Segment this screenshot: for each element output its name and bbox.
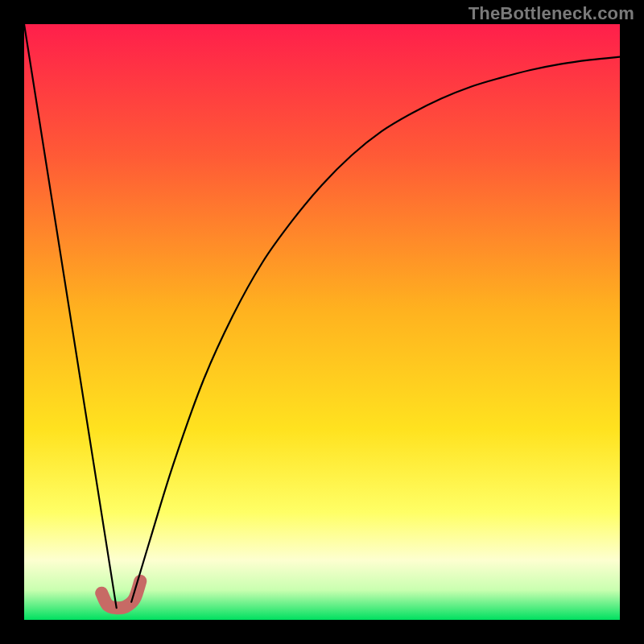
outer-frame: TheBottleneck.com	[0, 0, 644, 644]
plot-area	[24, 24, 620, 620]
watermark-text: TheBottleneck.com	[469, 3, 634, 24]
gradient-background	[24, 24, 620, 620]
chart-svg	[24, 24, 620, 620]
